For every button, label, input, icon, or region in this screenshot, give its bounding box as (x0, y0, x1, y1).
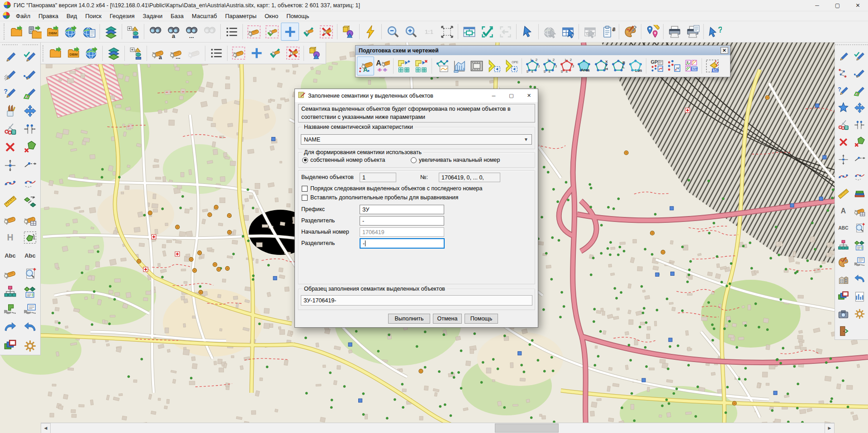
polygon-xyh-button[interactable]: XYH (593, 56, 610, 75)
polygons-list-button[interactable] (852, 236, 868, 254)
sign-objects-flashlight-button[interactable]: A (357, 56, 374, 75)
select-contour-button[interactable] (229, 44, 247, 62)
menu-5[interactable]: Геодезия (105, 12, 138, 20)
pencil-points-button[interactable] (21, 66, 39, 84)
spline-edit-button[interactable] (835, 168, 851, 185)
folder-dbm-button[interactable]: DBM (43, 23, 62, 41)
folder-open-button[interactable] (7, 23, 25, 41)
text-abc-button[interactable]: Abc (21, 246, 39, 264)
polygon-delete-button[interactable] (21, 138, 39, 156)
menu-3[interactable]: Вид (62, 12, 81, 20)
menu-9[interactable]: Параметры (221, 12, 261, 20)
move-arrows-button[interactable] (852, 99, 868, 116)
star-edit-button[interactable] (835, 99, 851, 116)
building-3d-button[interactable] (835, 271, 851, 288)
polygon-numbered-b-button[interactable]: 12345 (541, 56, 558, 75)
polygon-area-button[interactable]: Area (575, 56, 593, 75)
delete-cross-button[interactable] (835, 133, 851, 151)
zoom-doc-button[interactable] (852, 219, 868, 236)
scrollbar-track[interactable] (51, 423, 825, 433)
binoculars-search-button[interactable] (146, 23, 164, 41)
scissors-spool-button[interactable] (835, 116, 851, 133)
emf-frame-button[interactable]: EMF (704, 56, 721, 75)
points-link-button[interactable] (835, 65, 851, 82)
cancel-button[interactable]: Отмена (433, 314, 462, 324)
execute-button[interactable]: Выполнить (388, 314, 430, 324)
dialog-minimize-button[interactable]: ─ (485, 89, 503, 102)
zoom-extent-button[interactable] (438, 23, 456, 41)
sign-text-flashlight-button[interactable]: A (374, 56, 391, 75)
points-align-button[interactable] (852, 116, 868, 133)
list-back-button[interactable] (852, 254, 868, 271)
pencil-question-button[interactable]: ? (835, 82, 851, 99)
toolbar-grip[interactable] (2, 44, 18, 46)
polygon-frame-button[interactable] (21, 228, 39, 246)
pencil-hatch-button[interactable] (1, 66, 19, 84)
pencil-polygon-button[interactable] (21, 84, 39, 102)
scroll-left-arrow[interactable]: ◀ (41, 423, 51, 433)
folder-open-button[interactable] (46, 44, 64, 62)
menu-11[interactable]: Помощь (282, 12, 313, 20)
polygon-numbered-red-button[interactable]: 12345 (558, 56, 575, 75)
polygon-delete-button[interactable] (852, 133, 868, 151)
scrollbar-thumb[interactable] (495, 424, 559, 433)
menu-1[interactable]: Файл (12, 12, 34, 20)
spline-dashed-button[interactable] (21, 174, 39, 192)
checkbox-spaces[interactable]: Вставлять дополнительные пробелы для выр… (302, 194, 458, 201)
shapes-3d-button[interactable] (306, 44, 324, 62)
binoculars-name-button[interactable]: a (164, 23, 182, 41)
scroll-right-arrow[interactable]: ▶ (825, 423, 835, 433)
layers-button[interactable] (104, 44, 123, 62)
start-number-input[interactable]: 1706419 (360, 227, 444, 237)
select-check-button[interactable] (299, 23, 317, 41)
binoculars-off-button[interactable] (200, 23, 218, 41)
radio-increment-number[interactable]: увеличивать начальный номер (411, 157, 500, 163)
close-button[interactable]: ✕ (848, 0, 868, 11)
polygons-list-button[interactable] (21, 282, 39, 301)
select-delete-button[interactable] (284, 44, 302, 62)
text-abc-button[interactable]: Abc (1, 246, 19, 264)
toolbar-grip[interactable] (23, 44, 38, 46)
close-icon[interactable]: ✕ (721, 47, 728, 54)
folder-server-button[interactable] (25, 23, 43, 41)
flashlight-a-button[interactable]: a (149, 44, 167, 62)
points-align-button[interactable] (21, 120, 39, 138)
minimize-button[interactable]: ─ (807, 0, 827, 11)
polygon-bl-button[interactable]: BL (610, 56, 627, 75)
map-frame-button[interactable] (468, 56, 485, 75)
ruler-button[interactable] (1, 192, 19, 210)
point-direction-button[interactable] (21, 156, 39, 174)
dialog-close-button[interactable]: ✕ (520, 89, 538, 102)
selection-back-button[interactable] (496, 23, 514, 41)
menu-6[interactable]: Задачи (139, 12, 167, 20)
radio-own-number[interactable]: собственный номер объекта (302, 157, 385, 163)
shapes-3d-button[interactable] (339, 23, 357, 41)
spline-edit-button[interactable] (1, 174, 19, 192)
move-arrows-button[interactable] (21, 102, 39, 120)
menu-4[interactable]: Поиск (81, 12, 105, 20)
toolbar-grip[interactable] (43, 45, 44, 61)
menu-7[interactable]: База (166, 12, 188, 20)
route-pins-button[interactable] (643, 23, 661, 41)
points-route-button[interactable] (665, 56, 683, 75)
polygon-numbered-button[interactable]: 12345 (524, 56, 541, 75)
undo-arrow-button[interactable] (21, 319, 39, 337)
drawing-prep-titlebar[interactable]: Подготовка схем и чертежей ✕ (356, 46, 730, 55)
objects-list-button[interactable] (207, 44, 225, 62)
binoculars-any-button[interactable]: ... (182, 23, 200, 41)
toolbar-grip[interactable] (4, 24, 5, 40)
separator1-input[interactable]: - (360, 216, 444, 226)
folder-dbm-button[interactable]: DBM (64, 44, 82, 62)
globe-open-button[interactable] (82, 44, 100, 62)
move-point-button[interactable] (1, 156, 19, 174)
pencil-button[interactable] (1, 47, 19, 66)
menu-10[interactable]: Окно (261, 12, 282, 20)
fast-task-lightning-button[interactable] (361, 23, 379, 41)
palette-small-button[interactable] (835, 254, 851, 271)
letter-A-button[interactable]: A (835, 202, 851, 219)
flashlight-panel-button[interactable] (852, 202, 868, 219)
print-button[interactable] (665, 23, 683, 41)
legend-tree-button[interactable] (124, 23, 142, 41)
images-emf-button[interactable]: EMF (683, 56, 700, 75)
help-button[interactable]: Помощь (465, 314, 498, 324)
